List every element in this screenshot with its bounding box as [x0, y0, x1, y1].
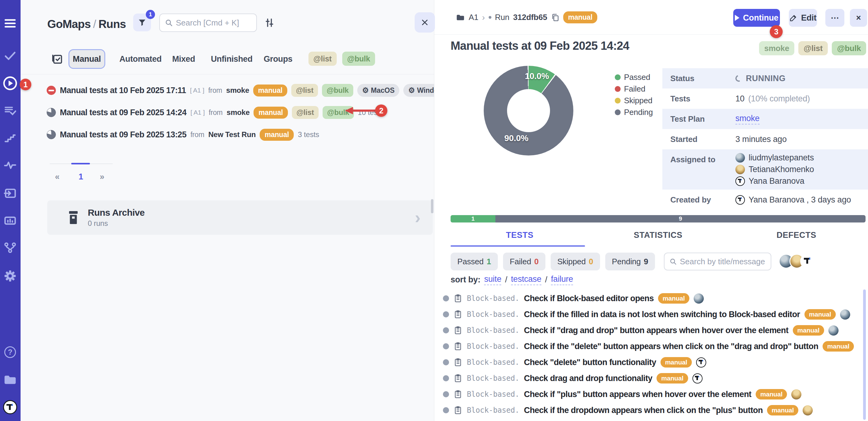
manual-badge: manual: [804, 309, 836, 319]
tab-automated[interactable]: Automated: [119, 54, 161, 64]
continue-button[interactable]: Continue: [733, 9, 780, 27]
tag-list-badge[interactable]: @list: [292, 106, 319, 119]
avatar: [840, 309, 850, 319]
run-tests-count: 3 tests: [298, 130, 319, 139]
tag-list-badge[interactable]: @list: [291, 84, 318, 97]
suite-label: Block-based...: [467, 406, 520, 415]
manual-badge: manual: [253, 107, 288, 119]
test-row-2[interactable]: Block-based... Check if the filled in da…: [434, 306, 866, 322]
tests-search-input[interactable]: [680, 257, 766, 266]
status-dot: [443, 295, 449, 302]
test-title: Check if the dropdown appears when click…: [524, 405, 763, 415]
tag-smoke[interactable]: smoke: [759, 41, 794, 55]
test-plan-link[interactable]: smoke: [735, 114, 760, 124]
breadcrumb-separator: /: [91, 18, 98, 30]
branch-icon[interactable]: [4, 241, 17, 254]
folder-nav-icon[interactable]: [3, 373, 17, 387]
edit-button[interactable]: Edit: [789, 9, 817, 27]
close-panel-button[interactable]: [415, 12, 435, 33]
search-icon: [165, 19, 173, 27]
tab-groups[interactable]: Groups: [264, 54, 292, 64]
runs-search-input[interactable]: [176, 18, 251, 28]
run-from-label: from: [209, 109, 222, 117]
progress-passed-segment: 1: [451, 215, 495, 223]
import-icon[interactable]: [3, 187, 17, 200]
steps-icon[interactable]: [4, 132, 17, 145]
test-row-8[interactable]: Block-based... Check if the dropdown app…: [434, 402, 866, 418]
test-row-9[interactable]: Block-based... Check if the dropdown dis…: [434, 418, 866, 421]
test-row-4[interactable]: Block-based... Check if the "delete" but…: [434, 338, 866, 354]
pagination-page-1[interactable]: 1: [79, 172, 83, 181]
filter-pending[interactable]: Pending9: [605, 253, 655, 271]
detail-tabs: TESTS STATISTICS DEFECTS: [451, 230, 866, 240]
filter-skipped[interactable]: Skipped0: [551, 253, 600, 271]
tab-manual[interactable]: Manual: [68, 49, 105, 69]
left-panel-scrollbar[interactable]: [431, 199, 433, 213]
runs-archive-card[interactable]: Runs Archive 0 runs ›: [47, 200, 433, 235]
runs-search[interactable]: [159, 13, 257, 32]
check-icon[interactable]: [4, 50, 16, 62]
run-stopped-icon: [46, 86, 56, 95]
breadcrumb-page[interactable]: Runs: [98, 18, 126, 30]
clipboard-icon: [453, 405, 463, 415]
close-detail-button[interactable]: ×: [850, 9, 867, 27]
summary-row-tests: Tests 10(10% completed): [662, 88, 868, 109]
tag-bulk[interactable]: @bulk: [832, 41, 866, 55]
display-settings-icon[interactable]: [264, 17, 275, 29]
activity-icon[interactable]: [4, 159, 17, 171]
suite-label: Block-based...: [467, 390, 520, 399]
tag-filter-list[interactable]: @list: [308, 52, 337, 66]
select-all-icon[interactable]: [51, 53, 64, 66]
pagination-next[interactable]: »: [100, 172, 104, 181]
filter-failed[interactable]: Failed0: [503, 253, 546, 271]
tag-filter-bulk[interactable]: @bulk: [342, 52, 375, 66]
gear-icon: [408, 86, 415, 95]
sort-by-testcase[interactable]: testcase: [511, 274, 541, 285]
detail-header: A1 › Run 312dfb65 manual Continue Edit ⋯…: [434, 0, 868, 35]
menu-icon[interactable]: [5, 18, 16, 29]
suite-label: Block-based...: [467, 294, 520, 303]
tab-defects[interactable]: DEFECTS: [727, 230, 866, 240]
legend-passed: Passed: [615, 71, 653, 83]
breadcrumb-project[interactable]: GoMaps: [47, 18, 91, 30]
detail-scrollbar[interactable]: [863, 289, 866, 420]
test-row-1[interactable]: Block-based... Check if Block-based edit…: [434, 290, 866, 306]
status-value: RUNNING: [746, 74, 786, 83]
close-icon: [421, 19, 429, 26]
sidebar: [0, 0, 21, 421]
donut-passed-label: 10.0%: [525, 71, 549, 81]
test-row-3[interactable]: Block-based... Check if "drag and drop" …: [434, 322, 866, 338]
copy-icon[interactable]: [551, 13, 560, 22]
tab-statistics[interactable]: STATISTICS: [589, 230, 727, 240]
run-row-3[interactable]: Manual tests at 09 Feb 2025 13:25 from N…: [21, 123, 434, 146]
pagination-prev[interactable]: «: [55, 172, 60, 181]
assignee-avatars[interactable]: [779, 254, 815, 269]
tab-mixed[interactable]: Mixed: [172, 54, 195, 64]
funnel-icon: [138, 18, 146, 27]
runs-play-icon[interactable]: [3, 76, 18, 91]
sort-by-failure[interactable]: failure: [551, 274, 573, 285]
help-icon[interactable]: [4, 346, 16, 358]
more-actions-button[interactable]: ⋯: [825, 9, 844, 27]
tag-list[interactable]: @list: [798, 41, 828, 55]
filter-button[interactable]: 1: [133, 13, 151, 31]
test-row-5[interactable]: Block-based... Check "delete" button fun…: [434, 354, 866, 370]
sort-by-suite[interactable]: suite: [484, 274, 501, 285]
settings-gear-icon[interactable]: [3, 269, 17, 283]
test-title: Check "delete" button functionality: [524, 358, 656, 367]
report-chart-icon[interactable]: [3, 214, 17, 227]
test-row-7[interactable]: Block-based... Check if "plus" button ap…: [434, 386, 866, 402]
test-list-icon[interactable]: [4, 104, 17, 117]
avatar-t-logo: [735, 176, 745, 186]
user-avatar[interactable]: [3, 400, 17, 414]
filter-passed[interactable]: Passed1: [451, 253, 498, 271]
spinner-icon: [734, 74, 743, 83]
tests-search[interactable]: [664, 253, 771, 271]
tab-tests[interactable]: TESTS: [451, 230, 589, 240]
tag-bulk-badge[interactable]: @bulk: [322, 84, 353, 97]
run-type-badge: manual: [563, 11, 597, 23]
crumb-suite[interactable]: A1: [469, 12, 478, 22]
run-row-1[interactable]: Manual tests at 10 Feb 2025 17:11 [ A1 ]…: [21, 79, 434, 102]
test-row-6[interactable]: Block-based... Check drag and drop funct…: [434, 370, 866, 386]
tab-unfinished[interactable]: Unfinished: [211, 54, 253, 64]
